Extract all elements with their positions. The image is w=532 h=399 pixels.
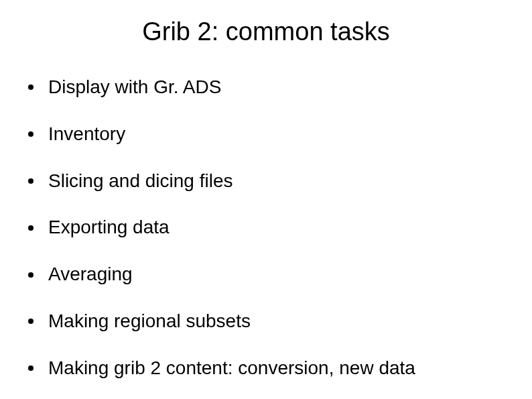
list-item: Exporting data: [28, 217, 532, 238]
bullet-icon: [28, 319, 34, 324]
page-title: Grib 2: common tasks: [0, 0, 532, 46]
list-item-label: Display with Gr. ADS: [48, 77, 221, 98]
list-item: Making grib 2 content: conversion, new d…: [28, 358, 532, 379]
bullet-icon: [28, 131, 34, 137]
slide: Grib 2: common tasks Display with Gr. AD…: [0, 0, 532, 399]
bullet-icon: [28, 84, 34, 90]
bullet-icon: [28, 272, 34, 278]
list-item: Inventory: [28, 124, 532, 145]
bullet-list: Display with Gr. ADS Inventory Slicing a…: [28, 77, 532, 379]
list-item: Making regional subsets: [28, 311, 532, 332]
list-item: Averaging: [28, 264, 532, 285]
bullet-icon: [28, 225, 34, 231]
list-item-label: Slicing and dicing files: [48, 171, 233, 192]
list-item-label: Making grib 2 content: conversion, new d…: [48, 358, 415, 379]
list-item-label: Exporting data: [48, 217, 170, 238]
list-item-label: Averaging: [48, 264, 133, 285]
bullet-icon: [28, 178, 34, 184]
list-item: Slicing and dicing files: [28, 171, 532, 192]
list-item-label: Making regional subsets: [48, 311, 251, 332]
bullet-icon: [28, 365, 34, 371]
list-item-label: Inventory: [48, 124, 125, 145]
list-item: Display with Gr. ADS: [28, 77, 532, 98]
